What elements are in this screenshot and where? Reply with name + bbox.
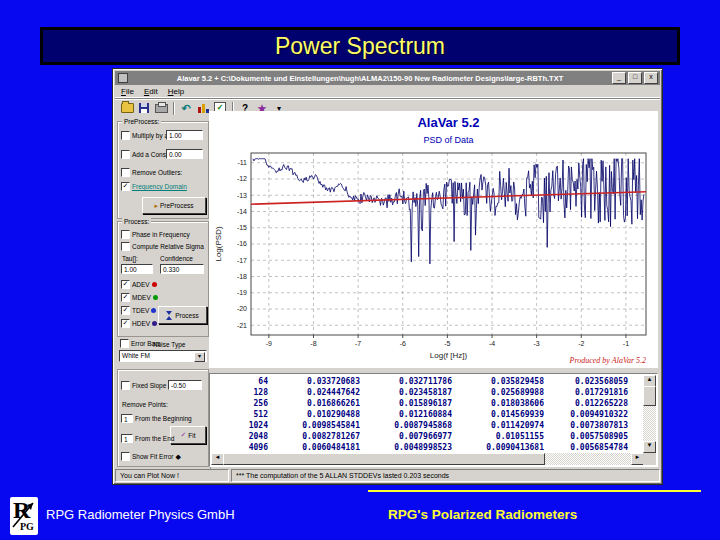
frequency-domain-checkbox[interactable] — [121, 182, 130, 191]
svg-text:-12: -12 — [237, 175, 247, 182]
process-button[interactable]: Process — [158, 306, 207, 324]
app-icon — [118, 73, 128, 83]
dev-value-cell: 0.0094910322 — [544, 409, 628, 420]
print-icon[interactable] — [153, 101, 169, 116]
error-bars-checkbox[interactable] — [120, 339, 129, 348]
results-table-rows: 640.0337206830.0327117860.0358294580.023… — [212, 376, 630, 454]
fixed-slope-label: Fixed Slope = — [132, 382, 172, 389]
dev-value-cell: 0.0073807813 — [544, 420, 628, 431]
tau-cell: 4096 — [212, 442, 268, 453]
process-group-label: Process: — [122, 218, 151, 225]
svg-text:-8: -8 — [310, 340, 316, 347]
multiply-checkbox[interactable] — [121, 131, 130, 140]
remove-outliers-checkbox[interactable] — [121, 168, 130, 177]
fixed-slope-input[interactable]: -0.50 — [168, 380, 202, 390]
svg-text:Produced by AlaVar 5.2: Produced by AlaVar 5.2 — [569, 356, 646, 365]
dev-value-cell: 0.017291816 — [544, 387, 628, 398]
minimize-button[interactable]: _ — [612, 72, 626, 84]
adev-color-dot-icon — [152, 282, 157, 287]
alavar-window: Alavar 5.2 + C:\Dokumente und Einstellun… — [112, 68, 663, 485]
dev-value-cell: 0.0056854784 — [544, 442, 628, 453]
svg-text:-3: -3 — [534, 340, 540, 347]
dev-value-cell: 0.018038606 — [452, 398, 544, 409]
dev-value-cell: 0.016866261 — [268, 398, 360, 409]
control-panel: PreProcess: Multiply by a = 1.00 Add a C… — [115, 117, 211, 469]
hdev-checkbox[interactable] — [121, 319, 130, 328]
phase-frequency-checkbox[interactable] — [121, 230, 130, 239]
tau-cell: 512 — [212, 409, 268, 420]
remove-end-input[interactable]: 1 — [121, 434, 133, 443]
page-title: Power Spectrum — [275, 33, 445, 60]
save-icon — [139, 103, 149, 113]
svg-text:-19: -19 — [237, 289, 247, 296]
remove-points-label: Remove Points: — [122, 401, 168, 408]
save-icon[interactable] — [136, 101, 152, 116]
dev-row-tdev: TDEV — [121, 306, 156, 315]
menu-file[interactable]: File — [121, 87, 134, 96]
table-row: 40960.00604841810.00489985230.0090413681… — [212, 442, 630, 453]
window-titlebar[interactable]: Alavar 5.2 + C:\Dokumente und Einstellun… — [115, 71, 660, 85]
noise-type-dropdown[interactable]: White FM ▾ — [119, 350, 207, 362]
dev-value-cell: 0.007966977 — [360, 431, 452, 442]
scroll-down-icon[interactable]: ▼ — [643, 441, 656, 453]
dev-value-cell: 0.0060484181 — [268, 442, 360, 453]
remove-begin-input[interactable]: 1 — [121, 414, 133, 423]
table-row: 10240.00985458410.00879458680.0114209740… — [212, 420, 630, 431]
dev-value-cell: 0.033720683 — [268, 376, 360, 387]
tau-cell: 2048 — [212, 431, 268, 442]
dev-value-cell: 0.035829458 — [452, 376, 544, 387]
dropdown-arrow-icon[interactable]: ▾ — [194, 352, 205, 362]
add-constant-checkbox[interactable] — [121, 150, 130, 159]
slide-title-bar: Power Spectrum — [40, 27, 680, 65]
menu-edit[interactable]: Edit — [144, 87, 158, 96]
horizontal-scroll-thumb[interactable] — [223, 453, 545, 465]
maximize-button[interactable]: □ — [628, 72, 642, 84]
table-row: 640.0337206830.0327117860.0358294580.023… — [212, 376, 630, 387]
table-horizontal-scrollbar[interactable]: ◄ ► — [211, 453, 644, 465]
relative-sigma-checkbox[interactable] — [121, 242, 130, 251]
confidence-input[interactable]: 0.330 — [160, 264, 204, 274]
multiply-input[interactable]: 1.00 — [166, 130, 203, 140]
svg-text:-18: -18 — [237, 273, 247, 280]
table-row: 1280.0244476420.0234581870.0256899880.01… — [212, 387, 630, 398]
open-icon[interactable] — [119, 101, 135, 116]
hdev-color-dot-icon — [152, 321, 157, 326]
preprocess-button-icon: ▸ — [154, 202, 158, 210]
svg-text:PSD of Data: PSD of Data — [423, 135, 473, 145]
svg-text:-16: -16 — [237, 240, 247, 247]
confidence-label: Confidence — [160, 255, 193, 262]
dev-value-cell: 0.0087945868 — [360, 420, 452, 431]
tdev-checkbox[interactable] — [121, 306, 130, 315]
svg-text:-20: -20 — [237, 305, 247, 312]
dev-value-cell: 0.0057508905 — [544, 431, 628, 442]
mdev-label: MDEV — [132, 294, 151, 301]
dev-value-cell: 0.012265228 — [544, 398, 628, 409]
replot-icon: ↶ — [181, 102, 190, 115]
svg-text:-4: -4 — [489, 340, 495, 347]
tau-cell: 1024 — [212, 420, 268, 431]
tau-cell: 256 — [212, 398, 268, 409]
adev-checkbox[interactable] — [121, 280, 130, 289]
add-constant-input[interactable]: 0.00 — [166, 149, 203, 159]
slide-background: Power Spectrum Alavar 5.2 + C:\Dokumente… — [0, 0, 720, 540]
replot-icon[interactable]: ↶ — [178, 101, 194, 116]
preprocess-button[interactable]: ▸ PreProcess — [142, 197, 206, 214]
psd-chart: -11-12-13-14-15-16-17-18-19-20-21-9-8-7-… — [209, 111, 658, 367]
mdev-checkbox[interactable] — [121, 293, 130, 302]
dev-value-cell: 0.0098545841 — [268, 420, 360, 431]
show-fit-checkbox[interactable] — [121, 452, 130, 461]
close-button[interactable]: x — [644, 72, 658, 84]
logo-arrow-icon — [10, 497, 38, 535]
fixed-slope-checkbox[interactable] — [121, 381, 130, 390]
preprocess-group: PreProcess: Multiply by a = 1.00 Add a C… — [117, 121, 209, 219]
dev-value-cell: 0.023568059 — [544, 376, 628, 387]
dev-value-cell: 0.0048998523 — [360, 442, 452, 453]
menu-help[interactable]: Help — [168, 87, 184, 96]
tau-input[interactable]: 1.00 — [121, 264, 153, 274]
dev-value-cell: 0.010290488 — [268, 409, 360, 420]
process-button-hourglass-icon — [166, 311, 173, 320]
vertical-scroll-thumb[interactable] — [643, 386, 656, 406]
menu-bar: File Edit Help — [115, 85, 660, 98]
table-vertical-scrollbar[interactable]: ▲ ▼ — [643, 375, 656, 453]
fit-button[interactable]: ✓ Fit — [170, 426, 206, 444]
